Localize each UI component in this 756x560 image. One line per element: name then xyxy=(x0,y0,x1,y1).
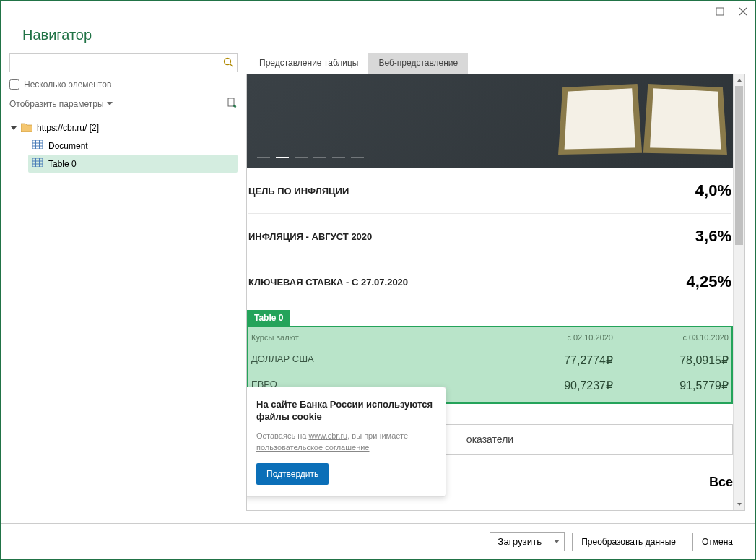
carousel-dots[interactable] xyxy=(257,157,364,158)
table-icon xyxy=(32,158,43,169)
currency-val1: 77,2774₽ xyxy=(498,353,613,367)
table-row: ДОЛЛАР США 77,2774₽ 78,0915₽ xyxy=(251,348,729,373)
svg-line-4 xyxy=(230,64,233,67)
multi-items-label: Несколько элементов xyxy=(24,79,111,90)
cookie-text-prefix: Оставаясь на xyxy=(256,431,308,440)
preview-wrap: ЦЕЛЬ ПО ИНФЛЯЦИИ 4,0% ИНФЛЯЦИЯ - АВГУСТ … xyxy=(246,74,745,511)
currency-val2: 91,5779₽ xyxy=(613,379,729,392)
tree-root[interactable]: https://cbr.ru/ [2] xyxy=(9,119,238,137)
svg-point-3 xyxy=(225,59,231,65)
tab-table-view[interactable]: Представление таблицы xyxy=(249,53,368,74)
table-badge: Table 0 xyxy=(247,310,290,326)
titlebar xyxy=(1,1,755,22)
info-label: ЦЕЛЬ ПО ИНФЛЯЦИИ xyxy=(248,186,349,197)
svg-rect-6 xyxy=(32,140,43,149)
col-header-date2: с 03.10.2020 xyxy=(613,333,729,342)
cookie-link-agreement[interactable]: пользовательское соглашение xyxy=(256,443,370,452)
tree-item-table0[interactable]: Table 0 xyxy=(28,155,238,173)
cookie-popup: На сайте Банка России используются файлы… xyxy=(247,387,446,497)
col-header-date1: с 02.10.2020 xyxy=(498,333,613,342)
info-row: ИНФЛЯЦИЯ - АВГУСТ 2020 3,6% xyxy=(248,214,731,259)
table-icon xyxy=(32,140,43,151)
table-header: Курсы валют с 02.10.2020 с 03.10.2020 xyxy=(251,332,729,348)
tab-web-view[interactable]: Веб-представление xyxy=(368,53,468,74)
tree-item-label: Table 0 xyxy=(48,159,77,169)
transform-button[interactable]: Преобразовать данные xyxy=(572,533,685,551)
page-title: Навигатор xyxy=(1,22,755,53)
info-label: ИНФЛЯЦИЯ - АВГУСТ 2020 xyxy=(248,231,372,242)
svg-rect-11 xyxy=(32,158,43,167)
currency-val2: 78,0915₽ xyxy=(613,353,729,367)
scroll-up-icon[interactable] xyxy=(734,74,744,86)
display-options-row: Отобразить параметры xyxy=(9,97,238,111)
tree-item-label: Document xyxy=(48,141,88,151)
banner-decor xyxy=(560,82,726,154)
folder-icon xyxy=(21,122,32,134)
chevron-down-icon xyxy=(107,102,113,105)
multi-items-checkbox[interactable] xyxy=(9,79,19,90)
footer: Загрузить Преобразовать данные Отмена xyxy=(1,523,755,559)
info-value: 4,0% xyxy=(695,181,731,200)
tree-root-label: https://cbr.ru/ [2] xyxy=(37,123,99,133)
scroll-thumb[interactable] xyxy=(735,86,743,245)
navigator-window: Навигатор Несколько элементов Отобразить… xyxy=(0,0,756,560)
load-split-button: Загрузить xyxy=(490,532,565,551)
display-options-label: Отобразить параметры xyxy=(9,99,104,109)
svg-rect-0 xyxy=(716,8,724,15)
info-value: 3,6% xyxy=(695,227,731,246)
tree-item-document[interactable]: Document xyxy=(28,137,238,155)
search-input[interactable] xyxy=(9,53,238,72)
sidebar: Несколько элементов Отобразить параметры xyxy=(1,53,246,511)
info-row: КЛЮЧЕВАЯ СТАВКА - С 27.07.2020 4,25% xyxy=(248,259,731,304)
cancel-button[interactable]: Отмена xyxy=(692,533,742,551)
search-wrap xyxy=(9,53,238,72)
load-button[interactable]: Загрузить xyxy=(490,532,549,551)
news-all-link[interactable]: Все xyxy=(709,475,733,490)
cookie-text: Оставаясь на www.cbr.ru, вы принимаете п… xyxy=(256,431,434,453)
maximize-button[interactable] xyxy=(715,7,725,17)
info-value: 4,25% xyxy=(687,272,731,291)
cookie-confirm-button[interactable]: Подтвердить xyxy=(256,463,329,485)
info-label: КЛЮЧЕВАЯ СТАВКА - С 27.07.2020 xyxy=(248,277,408,288)
refresh-icon[interactable] xyxy=(226,97,238,111)
scroll-down-icon[interactable] xyxy=(734,499,744,510)
below-table-area: оказатели Все На сайте Банка России испо… xyxy=(247,424,733,497)
display-options-button[interactable]: Отобразить параметры xyxy=(9,99,113,109)
close-button[interactable] xyxy=(738,7,748,17)
info-rows: ЦЕЛЬ ПО ИНФЛЯЦИИ 4,0% ИНФЛЯЦИЯ - АВГУСТ … xyxy=(247,168,733,304)
view-tabs: Представление таблицы Веб-представление xyxy=(246,53,745,74)
banner xyxy=(247,74,733,168)
chevron-down-icon xyxy=(554,540,560,543)
svg-rect-5 xyxy=(228,98,234,106)
tree-collapse-icon xyxy=(11,126,17,130)
currency-val1: 90,7237₽ xyxy=(498,379,613,392)
col-header-name: Курсы валют xyxy=(251,333,498,342)
cookie-link-site[interactable]: www.cbr.ru xyxy=(308,431,347,440)
load-dropdown-button[interactable] xyxy=(549,532,565,551)
all-indicators-label: оказатели xyxy=(466,434,513,445)
cookie-text-mid: , вы принимаете xyxy=(347,431,408,440)
main-area: Несколько элементов Отобразить параметры xyxy=(1,53,755,511)
currency-name: ДОЛЛАР США xyxy=(251,353,498,367)
info-row: ЦЕЛЬ ПО ИНФЛЯЦИИ 4,0% xyxy=(248,168,731,214)
search-icon[interactable] xyxy=(223,57,233,69)
tree-children: Document Table 0 xyxy=(9,137,238,173)
content-area: Представление таблицы Веб-представление xyxy=(246,53,755,511)
nav-tree: https://cbr.ru/ [2] Document Table 0 xyxy=(9,116,238,173)
scrollbar[interactable] xyxy=(733,74,744,510)
multi-items-checkbox-row[interactable]: Несколько элементов xyxy=(9,79,238,90)
web-preview[interactable]: ЦЕЛЬ ПО ИНФЛЯЦИИ 4,0% ИНФЛЯЦИЯ - АВГУСТ … xyxy=(247,74,733,510)
cookie-title: На сайте Банка России используются файлы… xyxy=(256,399,434,423)
